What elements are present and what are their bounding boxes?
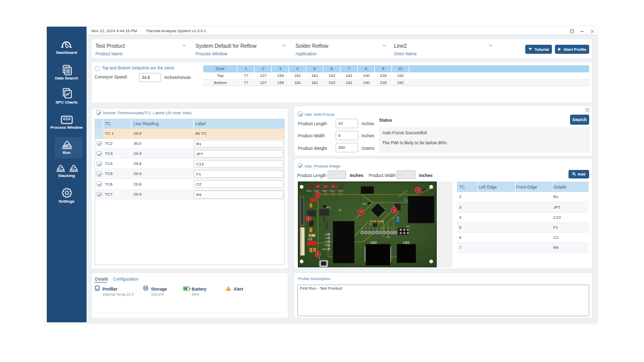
svg-text:R11: R11 [327, 206, 331, 209]
svg-text:LED4: LED4 [330, 190, 335, 192]
svg-text:4: 4 [360, 211, 362, 214]
svg-text:C34: C34 [369, 223, 372, 225]
svg-text:7: 7 [317, 193, 318, 196]
svg-text:LED2: LED2 [314, 190, 319, 192]
svg-text:GND: GND [322, 248, 327, 250]
svg-text:S1: S1 [339, 209, 342, 212]
svg-text:U3: U3 [308, 237, 312, 241]
svg-text:U$3: U$3 [403, 241, 410, 244]
svg-text:LED5: LED5 [338, 190, 344, 192]
svg-text:RX: RX [325, 244, 328, 246]
svg-text:JP3: JP3 [406, 225, 410, 228]
svg-text:TX: TX [325, 241, 328, 243]
svg-text:LED1: LED1 [306, 190, 312, 192]
svg-text:JP4: JP4 [386, 236, 390, 238]
svg-text:3: 3 [393, 209, 395, 212]
svg-text:R21: R21 [363, 203, 367, 205]
svg-text:C37: C37 [380, 221, 383, 223]
svg-text:J1: J1 [318, 257, 320, 259]
svg-text:5: 5 [317, 253, 318, 256]
svg-text:6: 6 [308, 217, 309, 220]
svg-text:R13: R13 [324, 218, 327, 222]
svg-text:16: 16 [406, 199, 409, 202]
svg-text:2: 2 [417, 189, 419, 192]
svg-text:LED3: LED3 [322, 190, 328, 192]
svg-text:U$2: U$2 [370, 241, 377, 244]
svg-text:5V: 5V [325, 237, 328, 239]
svg-text:3V: 3V [325, 234, 328, 236]
